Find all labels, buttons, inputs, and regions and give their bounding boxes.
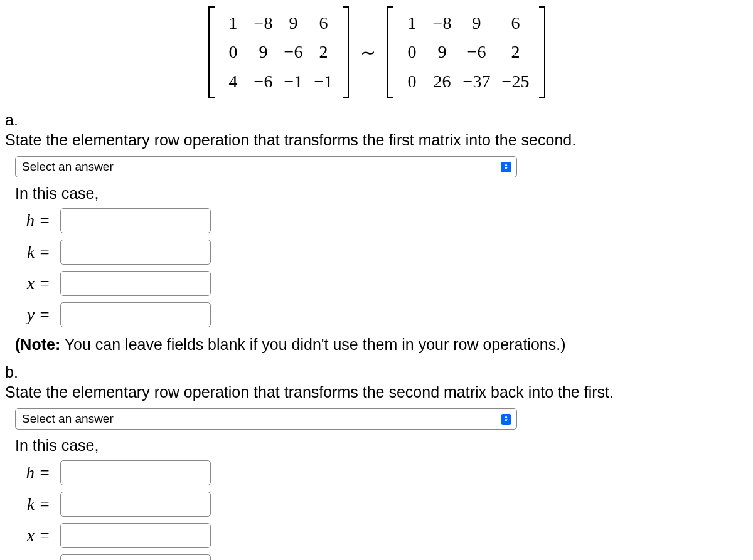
x-input-b[interactable] xyxy=(60,523,211,548)
k-input-b[interactable] xyxy=(60,492,211,517)
matrix-cell: −8 xyxy=(248,9,279,38)
question-part-a: a. State the elementary row operation th… xyxy=(5,111,748,358)
var-label-k: k = xyxy=(20,495,60,514)
bracket-right xyxy=(343,6,349,98)
k-input-a[interactable] xyxy=(60,240,211,265)
matrix-body: 1 −8 9 6 0 9 −6 2 0 26 −37 −25 xyxy=(393,6,539,98)
var-label-y: y = xyxy=(20,305,60,325)
var-row-y-a: y = xyxy=(20,302,725,327)
matrix-cell: 0 xyxy=(397,67,427,96)
chevron-updown-icon: ▲▼ xyxy=(501,162,511,172)
bracket-left xyxy=(208,6,215,98)
matrix-display: 1 −8 9 6 0 9 −6 2 4 −6 −1 −1 ∼ 1 xyxy=(5,6,748,98)
matrix-cell: 9 xyxy=(248,38,279,66)
matrix-cell: −8 xyxy=(427,9,457,38)
matrix-cell: 2 xyxy=(309,38,339,66)
matrix-cell: −1 xyxy=(309,67,339,96)
answer-select-a[interactable]: Select an answer ▲▼ xyxy=(15,156,517,177)
bracket-left xyxy=(387,6,393,98)
matrix-cell: 9 xyxy=(427,38,457,66)
matrix-cell: 6 xyxy=(309,9,339,38)
var-row-x-a: x = xyxy=(20,271,725,296)
matrix-cell: 2 xyxy=(496,38,535,66)
matrix-cell: 4 xyxy=(218,67,248,96)
var-label-h: h = xyxy=(20,211,60,231)
var-row-k-b: k = xyxy=(20,492,725,517)
chevron-updown-icon: ▲▼ xyxy=(501,414,511,425)
note-text: (Note: You can leave fields blank if you… xyxy=(15,334,725,356)
var-label-k: k = xyxy=(20,243,60,262)
matrix-1: 1 −8 9 6 0 9 −6 2 4 −6 −1 −1 xyxy=(208,6,349,98)
select-placeholder: Select an answer xyxy=(22,160,114,174)
matrix-cell: −25 xyxy=(496,67,535,96)
matrix-cell: −6 xyxy=(279,38,309,66)
matrix-2: 1 −8 9 6 0 9 −6 2 0 26 −37 −25 xyxy=(387,6,545,98)
matrix-cell: −6 xyxy=(457,38,496,66)
matrix-cell: −1 xyxy=(279,67,309,96)
subtext-a: In this case, xyxy=(15,182,725,204)
matrix-cell: −6 xyxy=(248,67,279,96)
matrix-cell: 0 xyxy=(397,38,427,66)
matrix-cell: −37 xyxy=(457,67,496,96)
matrix-cell: 0 xyxy=(218,38,248,66)
var-label-x: x = xyxy=(20,526,60,546)
part-a-label: a. xyxy=(5,111,25,129)
subtext-b: In this case, xyxy=(15,435,725,457)
answer-select-b[interactable]: Select an answer ▲▼ xyxy=(15,408,517,430)
matrix-cell: 26 xyxy=(427,67,457,96)
h-input-a[interactable] xyxy=(60,208,211,233)
question-b-text: State the elementary row operation that … xyxy=(5,381,725,403)
matrix-body: 1 −8 9 6 0 9 −6 2 4 −6 −1 −1 xyxy=(215,6,343,98)
matrix-cell: 1 xyxy=(218,9,248,38)
var-label-y: y = xyxy=(20,557,60,560)
var-row-k-a: k = xyxy=(20,240,725,265)
question-part-b: b. State the elementary row operation th… xyxy=(5,363,748,560)
y-input-a[interactable] xyxy=(60,302,211,327)
tilde-symbol: ∼ xyxy=(360,41,376,63)
y-input-b[interactable] xyxy=(60,554,211,560)
var-label-h: h = xyxy=(20,463,60,483)
matrix-cell: 9 xyxy=(457,9,496,38)
var-row-h-a: h = xyxy=(20,208,725,233)
part-b-label: b. xyxy=(5,363,25,381)
matrix-cell: 1 xyxy=(397,9,427,38)
question-a-text: State the elementary row operation that … xyxy=(5,129,725,151)
h-input-b[interactable] xyxy=(60,460,211,485)
bracket-right xyxy=(539,6,545,98)
var-row-x-b: x = xyxy=(20,523,725,548)
var-label-x: x = xyxy=(20,274,60,293)
var-row-h-b: h = xyxy=(20,460,725,485)
x-input-a[interactable] xyxy=(60,271,211,296)
matrix-cell: 9 xyxy=(279,9,309,38)
select-placeholder: Select an answer xyxy=(22,412,114,426)
matrix-cell: 6 xyxy=(496,9,535,38)
var-row-y-b: y = xyxy=(20,554,725,560)
